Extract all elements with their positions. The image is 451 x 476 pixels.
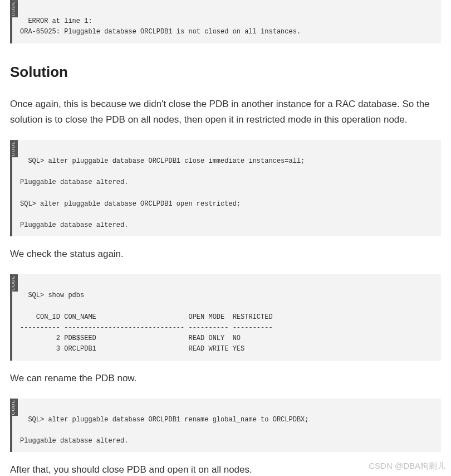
section-heading-solution: Solution [10,64,441,81]
paragraph-after-that: After that, you should close PDB and ope… [10,462,441,476]
code-tab-label: CODE [10,0,18,17]
code-block-rename: CODESQL> alter pluggable database ORCLPD… [10,399,441,453]
paragraph-intro: Once again, this is because we didn't cl… [10,96,441,128]
code-content: SQL> alter pluggable database ORCLPDB1 r… [20,416,309,445]
code-content: SQL> show pdbs CON_ID CON_NAME OPEN MODE… [20,292,273,353]
code-content: ERROR at line 1: ORA-65025: Pluggable da… [20,17,301,36]
code-tab-label: CODE [10,274,18,292]
code-tab-label: CODE [10,399,18,416]
paragraph-check-status: We check the status again. [10,246,441,262]
code-block-close-open-restricted: CODESQL> alter pluggable database ORCLPD… [10,140,441,237]
code-content: SQL> alter pluggable database ORCLPDB1 c… [20,157,305,229]
code-tab-label: CODE [10,140,18,157]
paragraph-can-rename: We can rename the PDB now. [10,371,441,386]
code-block-error: CODEERROR at line 1: ORA-65025: Pluggabl… [10,0,441,43]
code-block-show-pdbs: CODESQL> show pdbs CON_ID CON_NAME OPEN … [10,274,441,360]
